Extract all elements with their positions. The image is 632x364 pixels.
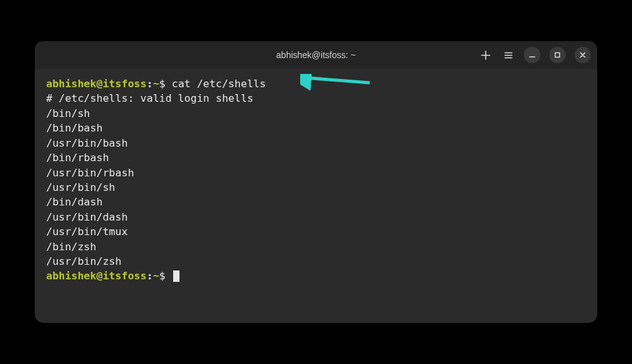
output-line: /usr/bin/sh bbox=[46, 180, 586, 195]
prompt-dollar: $ bbox=[159, 270, 172, 282]
plus-icon bbox=[481, 51, 490, 60]
cursor bbox=[173, 270, 179, 282]
maximize-icon bbox=[554, 52, 561, 58]
prompt-userhost: abhishek@itsfoss bbox=[46, 270, 147, 282]
output-line: /bin/bash bbox=[46, 121, 586, 135]
output-line: /bin/dash bbox=[46, 195, 586, 209]
terminal-body[interactable]: abhishek@itsfoss:~$ cat /etc/shells # /e… bbox=[35, 69, 597, 323]
terminal-window: abhishek@itsfoss: ~ abhishek@itsfoss:~$ … bbox=[35, 41, 597, 323]
titlebar-controls bbox=[478, 47, 591, 63]
command-text: cat /etc/shells bbox=[172, 78, 266, 90]
minimize-button[interactable] bbox=[524, 47, 540, 63]
prompt-userhost: abhishek@itsfoss bbox=[46, 78, 147, 90]
output-line: /usr/bin/dash bbox=[46, 210, 586, 224]
output-line: /usr/bin/zsh bbox=[46, 254, 586, 269]
output-line: /usr/bin/rbash bbox=[46, 166, 586, 180]
hamburger-icon bbox=[504, 51, 513, 60]
output-line: /usr/bin/tmux bbox=[46, 224, 586, 239]
output-line: /bin/zsh bbox=[46, 240, 586, 254]
output-line: /usr/bin/bash bbox=[46, 136, 586, 150]
svg-rect-0 bbox=[556, 53, 560, 58]
command-line-2: abhishek@itsfoss:~$ bbox=[46, 269, 586, 283]
command-line-1: abhishek@itsfoss:~$ cat /etc/shells bbox=[46, 76, 586, 91]
prompt-path: ~ bbox=[153, 78, 159, 90]
prompt-dollar: $ bbox=[159, 78, 172, 90]
output-line: /bin/sh bbox=[46, 106, 586, 121]
window-title: abhishek@itsfoss: ~ bbox=[276, 50, 356, 60]
output-comment: # /etc/shells: valid login shells bbox=[46, 91, 586, 106]
new-tab-button[interactable] bbox=[478, 48, 492, 62]
prompt-colon: : bbox=[147, 270, 153, 282]
titlebar[interactable]: abhishek@itsfoss: ~ bbox=[35, 41, 597, 69]
prompt-colon: : bbox=[147, 78, 153, 90]
menu-button[interactable] bbox=[501, 48, 515, 62]
close-icon bbox=[580, 52, 586, 58]
close-button[interactable] bbox=[574, 47, 591, 63]
maximize-button[interactable] bbox=[549, 47, 566, 63]
prompt-path: ~ bbox=[153, 270, 159, 282]
minimize-icon bbox=[529, 52, 535, 58]
output-line: /bin/rbash bbox=[46, 150, 586, 165]
